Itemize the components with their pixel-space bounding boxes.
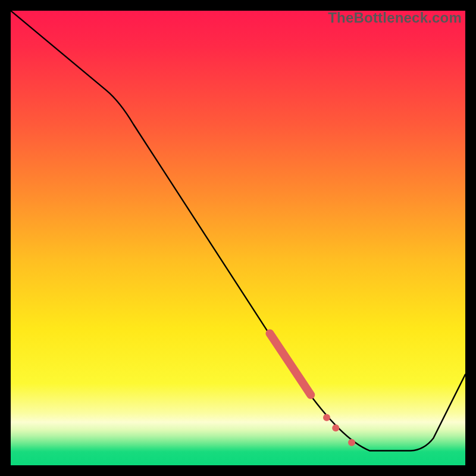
- plot-area: TheBottleneck.com: [11, 11, 465, 465]
- bottleneck-curve: [11, 11, 465, 451]
- highlight-dots: [323, 414, 355, 446]
- chart-overlay-svg: [11, 11, 465, 465]
- highlight-dot: [332, 424, 339, 431]
- chart-canvas: TheBottleneck.com: [0, 0, 476, 476]
- highlight-segment: [270, 333, 311, 394]
- highlight-dot: [348, 439, 355, 446]
- highlight-dot: [323, 414, 330, 421]
